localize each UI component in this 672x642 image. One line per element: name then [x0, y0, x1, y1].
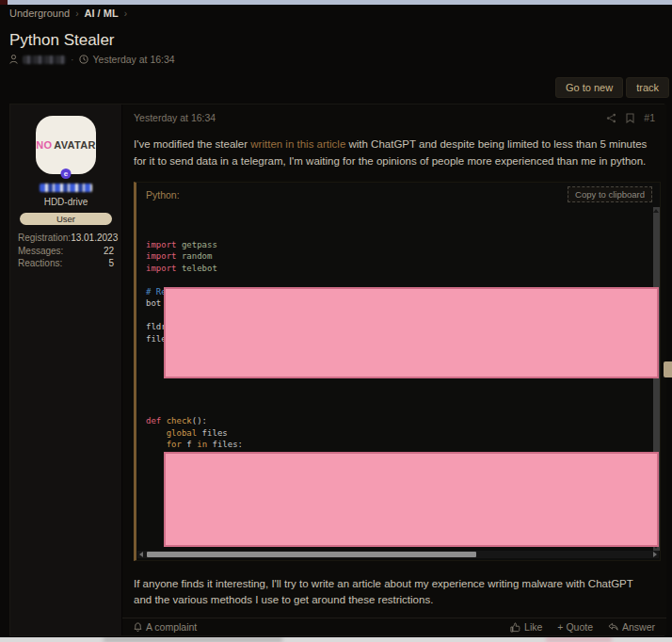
like-button[interactable]: Like	[510, 621, 542, 633]
post-closing-text: If anyone finds it interesting, I'll try…	[122, 561, 664, 610]
breadcrumb-separator-icon: ›	[75, 8, 78, 19]
bookmark-icon[interactable]	[626, 113, 634, 123]
redaction-overlay-1	[164, 287, 659, 378]
stat-label: Messages:	[18, 246, 63, 256]
share-icon[interactable]	[606, 113, 616, 123]
reply-arrow-icon	[608, 622, 618, 632]
copy-to-clipboard-button[interactable]: Copy to clipboard	[568, 186, 652, 202]
code-line	[146, 392, 660, 404]
code-line	[146, 380, 660, 393]
stat-label: Reactions:	[18, 258, 62, 268]
breadcrumb-separator-icon: ›	[124, 8, 127, 19]
page: Underground › AI / ML › Python Stealer ·…	[0, 0, 672, 642]
stat-label: Registration:	[18, 233, 71, 243]
code-language-label: Python:	[146, 189, 180, 201]
top-strip-marker	[0, 0, 8, 5]
code-line: def check():	[146, 415, 660, 427]
redacted-author-name	[23, 56, 66, 64]
thumbs-up-icon	[510, 622, 520, 633]
stat-messages: Messages: 22	[18, 246, 114, 256]
body-text: I've modified the stealer	[134, 138, 250, 150]
stat-reactions: Reactions: 5	[18, 258, 114, 268]
page-scrollbar-thumb[interactable]	[664, 361, 672, 377]
thread-author-row: · Yesterday at 16:34	[9, 54, 175, 65]
breadcrumb-forum[interactable]: AI / ML	[85, 8, 119, 19]
horizontal-scroll-thumb[interactable]	[147, 552, 476, 557]
stat-value[interactable]: 5	[108, 258, 114, 268]
code-line	[146, 274, 660, 286]
thread-timestamp: Yesterday at 16:34	[93, 54, 175, 65]
person-icon	[9, 55, 18, 64]
code-line: for f in files:	[146, 439, 660, 451]
user-title: HDD-drive	[44, 197, 88, 207]
stat-registration: Registration: 13.01.2023	[18, 233, 114, 243]
scroll-right-icon[interactable]	[653, 552, 657, 557]
complaint-label: A complaint	[146, 621, 197, 633]
top-strip	[0, 0, 672, 5]
post-number[interactable]: #1	[644, 112, 655, 123]
stat-value: 13.01.2023	[71, 233, 118, 243]
code-block-header: Python: Copy to clipboard	[136, 183, 660, 207]
code-horizontal-scrollbar[interactable]	[137, 551, 659, 558]
scroll-left-icon[interactable]	[139, 552, 143, 557]
post-body-text: I've modified the stealer written in thi…	[122, 123, 664, 170]
code-block: Python: Copy to clipboard import getpass…	[134, 182, 661, 561]
complaint-button[interactable]: A complaint	[134, 621, 197, 633]
post-action-bar: A complaint Like + Quote	[122, 618, 666, 635]
avatar-avatar-text: AVATAR	[54, 139, 95, 151]
bottom-strip	[0, 637, 672, 642]
code-line	[146, 404, 660, 416]
track-button[interactable]: track	[626, 77, 669, 98]
user-stats: Registration: 13.01.2023 Messages: 22 Re…	[10, 233, 121, 271]
code-line: global files	[146, 427, 660, 440]
code-body[interactable]: import getpassimport randomimport telebo…	[136, 207, 660, 551]
code-line: import getpass	[146, 239, 660, 251]
breadcrumb: Underground › AI / ML ›	[9, 8, 127, 19]
role-badge: User	[20, 213, 112, 225]
code-line: import random	[146, 250, 660, 263]
avatar-no-text: NO	[36, 139, 52, 151]
bell-icon	[134, 622, 142, 633]
post-author-sidebar: NO AVATAR e HDD-drive User Registration:…	[10, 104, 121, 635]
go-to-new-button[interactable]: Go to new	[555, 77, 623, 98]
breadcrumb-root[interactable]: Underground	[9, 8, 70, 19]
redacted-username[interactable]	[40, 184, 92, 192]
post-timestamp[interactable]: Yesterday at 16:34	[134, 112, 216, 123]
quote-button[interactable]: + Quote	[557, 621, 593, 633]
redaction-overlay-2	[164, 452, 659, 547]
post-content: Yesterday at 16:34 #1 I've modified the …	[121, 104, 666, 635]
page-title: Python Stealer	[9, 31, 115, 50]
quote-label: + Quote	[557, 621, 593, 633]
post: NO AVATAR e HDD-drive User Registration:…	[9, 104, 664, 636]
clock-icon	[79, 55, 88, 64]
online-badge: e	[61, 169, 72, 179]
answer-button[interactable]: Answer	[608, 621, 655, 633]
post-header: Yesterday at 16:34 #1	[122, 104, 666, 123]
stat-value[interactable]: 22	[104, 246, 114, 256]
scroll-up-icon[interactable]	[653, 209, 659, 213]
code-line: import telebot	[146, 263, 660, 275]
answer-label: Answer	[622, 621, 655, 633]
avatar[interactable]: NO AVATAR e	[36, 116, 96, 174]
like-label: Like	[524, 621, 542, 633]
thread-buttons: Go to new track	[555, 77, 669, 98]
article-link[interactable]: written in this article	[250, 138, 345, 150]
